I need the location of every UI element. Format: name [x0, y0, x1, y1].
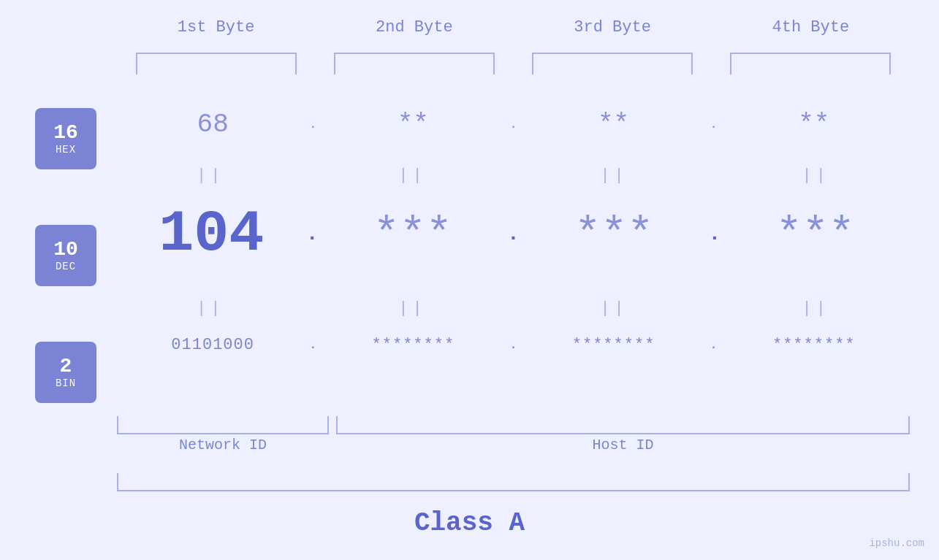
base-hex-label: 16 HEX	[35, 108, 96, 169]
hex-byte2-cell: **	[318, 110, 508, 139]
dec-byte2: ***	[373, 210, 452, 259]
hex-sep1: .	[309, 118, 316, 131]
dec-sep3: .	[709, 223, 721, 245]
dec-byte3-cell: ***	[520, 210, 709, 259]
hex-number: 16	[53, 122, 78, 145]
dec-byte4: ***	[776, 210, 855, 259]
data-grid: 68 . ** . ** . ** || ||	[117, 88, 910, 423]
host-id-bracket	[336, 416, 910, 434]
bracket-byte4	[730, 53, 891, 74]
bin-sep3: .	[710, 339, 718, 352]
column-headers: 1st Byte 2nd Byte 3rd Byte 4th Byte	[117, 18, 910, 37]
eq1-byte3: ||	[600, 166, 628, 185]
hex-byte4: **	[798, 110, 829, 139]
bin-byte4-cell: ********	[719, 336, 909, 354]
bin-row: 01101000 . ******** . ******** . *******…	[117, 336, 910, 354]
hex-sep3: .	[710, 118, 718, 131]
host-id-label: Host ID	[336, 437, 910, 453]
network-id-bracket	[117, 416, 329, 434]
bracket-byte1	[136, 53, 297, 74]
bracket-byte3	[532, 53, 693, 74]
bin-byte4: ********	[772, 336, 856, 354]
dec-row: 104 . *** . *** . ***	[117, 201, 910, 267]
col-header-3: 3rd Byte	[517, 18, 707, 37]
eq2-byte2: ||	[398, 299, 426, 318]
bin-byte2-cell: ********	[318, 336, 508, 354]
hex-byte1: 68	[197, 110, 229, 139]
eq2-byte4: ||	[802, 299, 830, 318]
col-header-2: 2nd Byte	[319, 18, 509, 37]
hex-row: 68 . ** . ** . **	[117, 110, 910, 139]
dec-byte1: 104	[159, 201, 264, 267]
watermark: ipshu.com	[869, 537, 924, 549]
equals-dec-bin: || || || ||	[117, 299, 910, 318]
hex-byte3: **	[598, 110, 629, 139]
dec-sep1: .	[306, 223, 319, 245]
hex-name: HEX	[56, 144, 76, 156]
bracket-byte2	[334, 53, 495, 74]
outer-bottom-bracket	[117, 473, 910, 491]
eq1-byte2: ||	[398, 166, 426, 185]
bin-byte1: 01101000	[171, 336, 254, 354]
bin-number: 2	[60, 356, 72, 378]
hex-sep2: .	[510, 118, 517, 131]
dec-byte1-cell: 104	[117, 201, 306, 267]
bin-sep2: .	[510, 339, 517, 352]
hex-byte1-cell: 68	[118, 110, 308, 139]
bin-sep1: .	[309, 339, 316, 352]
bin-byte3: ********	[572, 336, 655, 354]
top-brackets	[117, 53, 910, 74]
dec-byte2-cell: ***	[318, 210, 507, 259]
hex-byte2: **	[398, 110, 429, 139]
col-header-4: 4th Byte	[715, 18, 905, 37]
bin-byte3-cell: ********	[519, 336, 709, 354]
eq1-byte4: ||	[802, 166, 830, 185]
network-id-label: Network ID	[117, 437, 329, 453]
equals-hex-dec: || || || ||	[117, 166, 910, 185]
base-dec-label: 10 DEC	[35, 225, 96, 286]
page: 16 HEX 10 DEC 2 BIN 1st Byte 2nd Byte 3r…	[0, 0, 939, 560]
class-label: Class A	[0, 508, 939, 538]
bin-byte2: ********	[372, 336, 455, 354]
eq1-byte1: ||	[197, 166, 224, 185]
bin-name: BIN	[56, 377, 76, 389]
dec-name: DEC	[56, 261, 76, 272]
eq2-byte1: ||	[197, 299, 224, 318]
hex-byte4-cell: **	[719, 110, 909, 139]
base-bin-label: 2 BIN	[35, 342, 96, 403]
dec-sep2: .	[507, 223, 520, 245]
dec-byte4-cell: ***	[721, 210, 910, 259]
dec-byte3: ***	[574, 210, 653, 259]
col-header-1: 1st Byte	[121, 18, 311, 37]
dec-number: 10	[53, 239, 78, 261]
bin-byte1-cell: 01101000	[118, 336, 308, 354]
hex-byte3-cell: **	[519, 110, 709, 139]
eq2-byte3: ||	[600, 299, 628, 318]
